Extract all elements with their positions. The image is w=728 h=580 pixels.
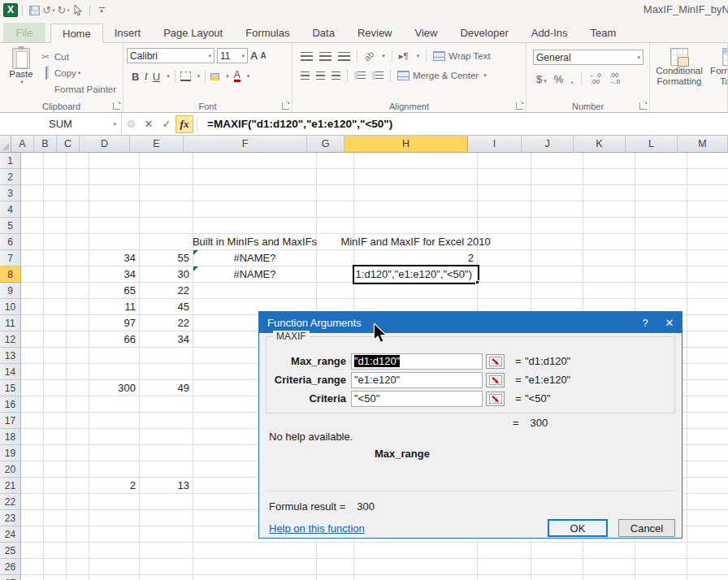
cell-K3[interactable] (583, 185, 635, 201)
cell-M27[interactable] (687, 575, 728, 580)
row-header-9[interactable]: 9 (0, 283, 21, 299)
cell-M26[interactable] (687, 559, 728, 575)
cell-J4[interactable] (531, 201, 583, 218)
column-header-C[interactable]: C (57, 136, 80, 153)
cell-C5[interactable] (67, 218, 89, 234)
cell-I3[interactable] (478, 185, 531, 201)
cell-A17[interactable] (21, 413, 44, 429)
cell-J2[interactable] (531, 169, 583, 185)
cell-C2[interactable] (67, 169, 89, 185)
column-header-G[interactable]: G (307, 136, 344, 153)
row-header-10[interactable]: 10 (0, 299, 21, 315)
cell-J26[interactable] (531, 559, 583, 575)
cell-L5[interactable] (635, 218, 687, 234)
cell-D17[interactable] (89, 413, 140, 429)
cell-C4[interactable] (67, 201, 89, 218)
name-box[interactable]: SUM▾ (0, 113, 122, 135)
shrink-font-button[interactable]: A (260, 51, 266, 60)
alignment-dialog-launcher-icon[interactable] (516, 102, 523, 110)
percent-style-button[interactable]: % (554, 73, 564, 85)
cell-C19[interactable] (67, 445, 89, 461)
cell-B23[interactable] (44, 510, 67, 526)
cell-M25[interactable] (687, 543, 728, 559)
cell-B12[interactable] (44, 331, 67, 348)
row-header-6[interactable]: 6 (0, 234, 21, 250)
tab-add-ins[interactable]: Add-Ins (520, 23, 579, 42)
cell-D21[interactable]: 2 (89, 478, 140, 494)
cell-D11[interactable]: 97 (89, 315, 140, 331)
select-pointer-button[interactable] (71, 3, 85, 18)
cell-M18[interactable] (687, 429, 728, 445)
cell-A23[interactable] (21, 510, 44, 526)
row-header-11[interactable]: 11 (0, 315, 21, 331)
cell-J3[interactable] (531, 185, 583, 201)
cell-A25[interactable] (21, 543, 44, 559)
cell-I1[interactable] (478, 153, 531, 169)
chevron-down-icon[interactable]: ▾ (67, 7, 70, 14)
cell-D18[interactable] (89, 429, 140, 445)
cell-B3[interactable] (44, 185, 67, 201)
fill-color-icon[interactable] (210, 73, 219, 80)
cell-C10[interactable] (67, 299, 89, 315)
cell-J27[interactable] (531, 575, 583, 580)
row-header-12[interactable]: 12 (0, 331, 21, 348)
cell-C21[interactable] (67, 478, 89, 494)
cell-A14[interactable] (21, 364, 44, 380)
cell-J8[interactable] (531, 266, 583, 283)
conditional-formatting-button[interactable]: Conditional Formatting (653, 46, 705, 99)
cell-E26[interactable] (140, 559, 193, 575)
row-header-22[interactable]: 22 (0, 494, 21, 510)
row-header-25[interactable]: 25 (0, 543, 21, 559)
cell-G3[interactable] (317, 185, 354, 201)
cell-M14[interactable] (687, 364, 728, 380)
cell-G7[interactable] (317, 250, 354, 266)
cell-M22[interactable] (687, 494, 728, 510)
cell-G25[interactable] (317, 543, 354, 559)
chevron-down-icon[interactable]: ▾ (226, 73, 229, 80)
cell-C25[interactable] (67, 543, 89, 559)
cell-H1[interactable] (354, 153, 478, 169)
cell-E12[interactable]: 34 (140, 331, 193, 348)
cell-E4[interactable] (140, 201, 193, 218)
row-header-24[interactable]: 24 (0, 526, 21, 543)
cell-M24[interactable] (687, 526, 728, 543)
column-header-M[interactable]: M (678, 136, 728, 153)
cell-A5[interactable] (21, 218, 44, 234)
cell-M21[interactable] (687, 478, 728, 494)
cell-I8[interactable] (478, 266, 531, 283)
merge-center-button[interactable]: Merge & Center▾ (397, 71, 487, 80)
cell-D25[interactable] (89, 543, 140, 559)
decrease-decimal-button[interactable]: .00→.0 (609, 72, 621, 85)
tab-data[interactable]: Data (301, 23, 345, 42)
customize-qat-button[interactable]: ▾ (94, 3, 109, 18)
tab-developer[interactable]: Developer (448, 23, 519, 42)
arg-input[interactable]: "e1:e120" (351, 372, 483, 388)
save-button[interactable] (27, 3, 41, 18)
cell-M7[interactable] (687, 250, 728, 266)
cell-H7[interactable]: 2 (354, 250, 478, 266)
cell-C14[interactable] (67, 364, 89, 380)
fill-handle[interactable] (475, 280, 479, 284)
cell-D2[interactable] (89, 169, 140, 185)
cell-C23[interactable] (67, 510, 89, 526)
number-dialog-launcher-icon[interactable] (639, 102, 647, 110)
cell-F3[interactable] (193, 185, 317, 201)
cell-A15[interactable] (21, 380, 44, 396)
comma-style-button[interactable]: , (570, 73, 574, 85)
cell-C27[interactable] (67, 575, 89, 580)
cell-I5[interactable] (478, 218, 531, 234)
row-header-16[interactable]: 16 (0, 396, 21, 413)
cell-D20[interactable] (89, 461, 140, 478)
cell-I2[interactable] (478, 169, 531, 185)
tab-page-layout[interactable]: Page Layout (152, 23, 234, 42)
tab-view[interactable]: View (404, 23, 449, 42)
cell-M6[interactable] (687, 234, 728, 250)
row-header-23[interactable]: 23 (0, 510, 21, 526)
cell-A9[interactable] (21, 283, 44, 299)
cell-E10[interactable]: 45 (140, 299, 193, 315)
cell-B13[interactable] (44, 348, 67, 364)
dialog-titlebar[interactable]: Function Arguments ? ✕ (259, 312, 682, 333)
cell-D12[interactable]: 66 (89, 331, 140, 348)
borders-icon[interactable] (180, 71, 191, 81)
cell-E25[interactable] (140, 543, 193, 559)
